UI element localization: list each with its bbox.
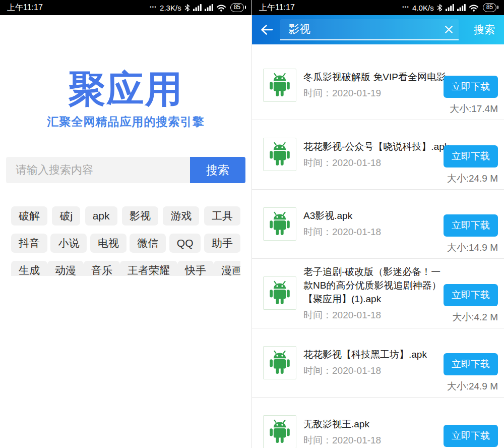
clear-x-icon (444, 25, 454, 34)
status-time: 上午11:17 (7, 3, 43, 13)
result-item: 花花影视-公众号【晓说科技】.apk 时间：2020-01-18 立即下载 大小… (252, 120, 504, 190)
tagline: 汇聚全网精品应用的搜索引擎 (0, 114, 251, 130)
cell-signal-icon (457, 4, 466, 11)
back-arrow-icon (260, 24, 274, 36)
search-header: 搜索 (252, 15, 504, 44)
tag-button[interactable]: 音乐 (84, 261, 120, 276)
search-bar: 搜索 (6, 157, 245, 183)
result-title: 无敌影视王.apk (303, 417, 450, 431)
result-title: 花花影视-公众号【晓说科技】.apk (303, 140, 450, 153)
result-title: 花花影视【科技黑工坊】.apk (303, 348, 450, 361)
result-title: 冬瓜影视破解版 免VIP看全网电影 (303, 70, 450, 84)
app-icon (263, 415, 296, 448)
tag-button[interactable]: apk (85, 206, 117, 226)
tag-button[interactable]: 微信 (130, 234, 166, 253)
cell-signal-icon (193, 4, 202, 11)
tag-button[interactable]: 小说 (50, 234, 87, 253)
result-size: 大小:24.9 M (447, 380, 498, 393)
tag-button[interactable]: 王者荣耀 (120, 261, 177, 276)
hot-tags: 破解 破j apk 影视 游戏 工具 抖音 小说 电视 微信 QQ 助手 生成 … (11, 206, 240, 276)
result-item: 花花影视【科技黑工坊】.apk 时间：2020-01-18 立即下载 大小:24… (252, 328, 504, 398)
cell-signal-icon (205, 4, 213, 11)
search-submit-button[interactable]: 搜索 (471, 23, 498, 37)
status-time: 上午11:17 (259, 3, 295, 13)
result-date: 时间：2020-01-18 (303, 226, 450, 239)
search-input[interactable] (6, 157, 190, 183)
tag-button[interactable]: 助手 (204, 234, 240, 253)
bluetooth-icon (437, 4, 443, 12)
tag-button[interactable]: QQ (169, 234, 201, 253)
tag-row: 生成 动漫 音乐 王者荣耀 快手 漫画 (11, 261, 240, 276)
tag-button[interactable]: 工具 (204, 206, 240, 226)
tag-button[interactable]: 破j (52, 206, 80, 226)
tag-button[interactable]: 快手 (177, 261, 214, 276)
download-button[interactable]: 立即下载 (444, 284, 498, 306)
android-robot-icon (266, 72, 293, 99)
android-robot-icon (266, 418, 293, 445)
result-size: 大小:17.4M (450, 102, 498, 116)
android-robot-icon (266, 141, 293, 168)
tag-row: 抖音 小说 电视 微信 QQ 助手 (11, 234, 240, 253)
data-usage-dots-icon (150, 5, 157, 10)
result-date: 时间：2020-01-18 (303, 309, 450, 322)
result-date: 时间：2020-01-18 (303, 434, 450, 447)
result-date: 时间：2020-01-19 (303, 87, 450, 100)
app-icon (263, 69, 296, 102)
tag-button[interactable]: 生成 (11, 261, 47, 276)
android-robot-icon (266, 349, 293, 376)
search-query-input[interactable] (287, 22, 443, 36)
tag-row: 破解 破j apk 影视 游戏 工具 (11, 206, 240, 226)
result-size: 大小:4.2 M (452, 311, 498, 324)
status-bar: 上午11:17 4.0K/s 85 (252, 0, 504, 15)
tag-button[interactable]: 游戏 (163, 206, 199, 226)
result-item: 冬瓜影视破解版 免VIP看全网电影 时间：2020-01-19 立即下载 大小:… (252, 51, 504, 121)
result-item: A3影视.apk 时间：2020-01-18 立即下载 大小:14.9 M (252, 190, 504, 259)
app-icon (263, 138, 296, 171)
download-button[interactable]: 立即下载 (444, 145, 498, 167)
result-item: 老子追剧-破改版（影迷必备！一款NB的高分优质影视追剧神器）【聚应用】(1).a… (252, 259, 504, 328)
tag-button[interactable]: 破解 (11, 206, 47, 226)
result-size: 大小:24.9 M (447, 172, 498, 185)
search-field (280, 19, 459, 40)
tag-button[interactable]: 动漫 (47, 261, 84, 276)
result-title: A3影视.apk (303, 209, 450, 222)
clear-button[interactable] (443, 24, 455, 35)
data-usage-dots-icon (402, 5, 409, 10)
download-button[interactable]: 立即下载 (444, 214, 498, 237)
android-robot-icon (266, 210, 293, 238)
bluetooth-icon (184, 4, 190, 12)
tag-button[interactable]: 抖音 (11, 234, 47, 253)
result-title: 老子追剧-破改版（影迷必备！一款NB的高分优质影视追剧神器）【聚应用】(1).a… (303, 265, 450, 306)
wifi-icon (469, 4, 479, 12)
right-screenshot: 上午11:17 4.0K/s 85 搜索 冬瓜影 (252, 0, 504, 448)
download-button[interactable]: 立即下载 (444, 353, 498, 375)
android-robot-icon (266, 279, 293, 307)
tag-button[interactable]: 影视 (122, 206, 158, 226)
results-list: 冬瓜影视破解版 免VIP看全网电影 时间：2020-01-19 立即下载 大小:… (252, 44, 504, 448)
tag-button[interactable]: 漫画 (214, 261, 240, 276)
app-icon (263, 207, 296, 241)
tag-button[interactable]: 电视 (90, 234, 127, 253)
app-logo: 聚应用 (0, 71, 251, 108)
back-button[interactable] (258, 21, 275, 38)
network-speed: 2.3K/s (160, 4, 181, 12)
status-bar: 上午11:17 2.3K/s 85 (0, 0, 251, 15)
search-button[interactable]: 搜索 (190, 157, 245, 183)
result-size: 大小:14.9 M (447, 241, 498, 254)
result-date: 时间：2020-01-18 (303, 156, 450, 170)
battery-icon: 85 (483, 3, 496, 12)
cell-signal-icon (446, 4, 454, 11)
download-button[interactable]: 立即下载 (444, 425, 498, 447)
battery-icon: 85 (230, 3, 244, 12)
app-icon (263, 346, 296, 379)
result-item: 无敌影视王.apk 时间：2020-01-18 立即下载 (252, 398, 504, 448)
download-button[interactable]: 立即下载 (444, 76, 498, 98)
network-speed: 4.0K/s (412, 4, 434, 12)
result-date: 时间：2020-01-18 (303, 364, 450, 377)
wifi-icon (216, 4, 226, 12)
app-icon (263, 276, 296, 310)
left-screenshot: 上午11:17 2.3K/s 85 聚应用 汇聚全网精品应用的搜索引擎 搜索 破… (0, 0, 252, 448)
